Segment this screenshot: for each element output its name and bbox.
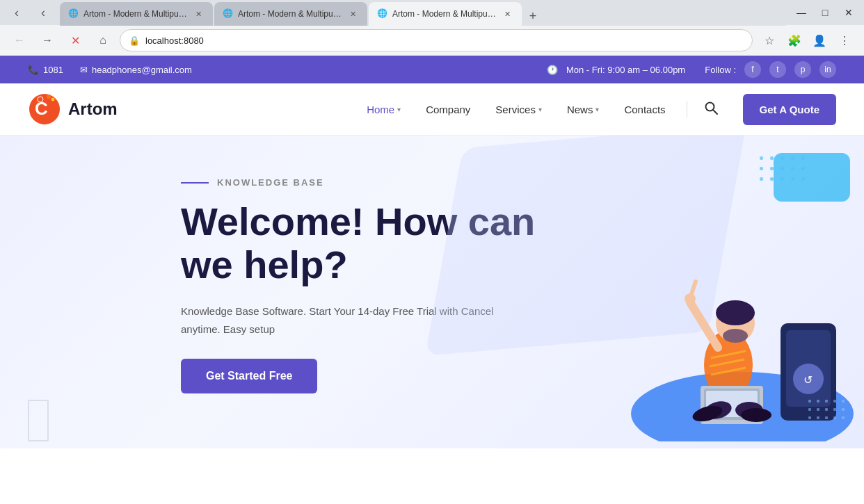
nav-news[interactable]: News ▾ <box>557 98 609 121</box>
svg-rect-58 <box>833 416 836 419</box>
news-chevron: ▾ <box>595 106 599 113</box>
browser-tab-1[interactable]: 🌐 Artom - Modern & Multipur... ✕ <box>60 2 213 26</box>
follow-label: Follow : <box>705 65 736 75</box>
home-chevron: ▾ <box>397 106 401 113</box>
svg-rect-47 <box>825 400 828 403</box>
tab-close-1[interactable]: ✕ <box>192 8 205 20</box>
hero-illustration: ↺ <box>621 149 864 441</box>
svg-rect-46 <box>817 400 819 403</box>
search-button[interactable] <box>698 95 723 124</box>
get-quote-button[interactable]: Get A Quote <box>743 94 836 125</box>
svg-line-6 <box>713 110 717 114</box>
svg-rect-56 <box>817 416 819 419</box>
nav-contacts[interactable]: Contacts <box>614 98 675 121</box>
svg-rect-53 <box>833 408 836 411</box>
svg-rect-55 <box>808 416 811 419</box>
info-bar: 📞 1081 ✉ headphones@gmail.com 🕐 Mon - Fr… <box>0 56 864 83</box>
svg-rect-45 <box>808 400 811 403</box>
svg-point-33 <box>716 300 755 325</box>
phone-icon: 📞 <box>28 65 39 75</box>
news-label: News <box>567 104 593 115</box>
browser-nav-bar: ← → ✕ ⌂ 🔒 ☆ 🧩 👤 ⋮ <box>0 25 864 56</box>
logo-icon: C <box>28 92 61 126</box>
tab-title-2: Artom - Modern & Multipur... <box>238 9 342 19</box>
tab-back-btn2[interactable]: ‹ <box>32 1 54 24</box>
browser-tab-3[interactable]: 🌐 Artom - Modern & Multipur... ✕ <box>369 2 522 26</box>
extensions-btn[interactable]: 🧩 <box>783 29 806 51</box>
browser-tab-2[interactable]: 🌐 Artom - Modern & Multipur... ✕ <box>214 2 367 26</box>
services-chevron: ▾ <box>538 106 542 113</box>
tab-favicon-3: 🌐 <box>377 8 388 19</box>
reload-button[interactable]: ✕ <box>64 29 86 51</box>
svg-point-4 <box>51 98 55 101</box>
svg-rect-13 <box>770 167 774 170</box>
main-nav: C Artom Home ▾ Company Services ▾ News ▾ <box>0 83 864 136</box>
browser-actions: ☆ 🧩 👤 ⋮ <box>758 29 856 51</box>
svg-rect-50 <box>808 408 811 411</box>
forward-button[interactable]: → <box>36 29 58 51</box>
hero-section: KNOWLEDGE BASE Welcome! How can we help?… <box>0 136 864 448</box>
svg-rect-7 <box>760 156 763 160</box>
security-icon: 🔒 <box>129 35 140 46</box>
nav-divider <box>687 101 687 117</box>
svg-point-3 <box>47 95 51 99</box>
email-icon: ✉ <box>80 65 88 75</box>
svg-rect-52 <box>825 408 828 411</box>
svg-rect-48 <box>833 400 836 403</box>
pinterest-icon[interactable]: p <box>794 61 811 78</box>
nav-home[interactable]: Home ▾ <box>357 98 410 121</box>
svg-line-37 <box>691 282 696 294</box>
tab-favicon-2: 🌐 <box>223 8 234 19</box>
twitter-icon[interactable]: t <box>769 61 786 78</box>
svg-rect-12 <box>760 167 763 170</box>
url-input[interactable] <box>145 35 744 46</box>
hero-tag-text: KNOWLEDGE BASE <box>217 177 324 188</box>
nav-services[interactable]: Services ▾ <box>486 98 552 121</box>
svg-text:↺: ↺ <box>803 374 813 386</box>
back-button[interactable]: ← <box>8 29 31 51</box>
linkedin-icon[interactable]: in <box>819 61 836 78</box>
tab-close-2[interactable]: ✕ <box>346 8 359 20</box>
nav-company[interactable]: Company <box>416 98 480 121</box>
svg-point-34 <box>723 329 748 343</box>
hero-svg: ↺ <box>621 149 864 441</box>
info-bar-left: 📞 1081 ✉ headphones@gmail.com <box>28 65 192 75</box>
menu-btn[interactable]: ⋮ <box>833 29 856 51</box>
svg-rect-8 <box>770 156 774 160</box>
tab-close-3[interactable]: ✕ <box>501 8 513 20</box>
hero-cta-button[interactable]: Get Started Free <box>181 359 317 393</box>
window-close-btn[interactable]: ✕ <box>839 3 858 22</box>
company-label: Company <box>426 104 470 115</box>
hero-title-line2: we help? <box>181 243 348 286</box>
tabs-bar: 🌐 Artom - Modern & Multipur... ✕ 🌐 Artom… <box>60 0 786 26</box>
tab-favicon-1: 🌐 <box>68 8 79 19</box>
hero-tag-line <box>181 182 209 184</box>
tab-back-btn[interactable]: ‹ <box>6 1 28 24</box>
svg-line-35 <box>690 302 718 348</box>
svg-rect-22 <box>774 153 850 202</box>
window-minimize-btn[interactable]: — <box>792 3 811 22</box>
facebook-icon[interactable]: f <box>744 61 761 78</box>
home-button[interactable]: ⌂ <box>92 29 114 51</box>
svg-rect-51 <box>817 408 819 411</box>
services-label: Services <box>495 104 536 115</box>
phone-info: 📞 1081 <box>28 65 63 75</box>
bookmark-btn[interactable]: ☆ <box>758 29 781 51</box>
svg-rect-59 <box>842 416 845 419</box>
site-logo[interactable]: C Artom <box>28 92 118 126</box>
svg-rect-49 <box>842 400 845 403</box>
browser-title-bar: ‹ ‹ 🌐 Artom - Modern & Multipur... ✕ 🌐 A… <box>0 0 864 25</box>
search-icon <box>704 101 718 115</box>
svg-point-2 <box>38 97 43 102</box>
profile-btn[interactable]: 👤 <box>808 29 831 51</box>
business-hours: Mon - Fri: 9:00 am – 06.00pm <box>566 65 685 75</box>
window-controls: ‹ ‹ <box>6 1 54 24</box>
contacts-label: Contacts <box>624 104 665 115</box>
clock-icon: 🕐 <box>547 65 558 75</box>
svg-point-43 <box>741 408 771 422</box>
nav-links: Home ▾ Company Services ▾ News ▾ Contact… <box>357 95 723 124</box>
svg-rect-18 <box>770 177 774 181</box>
window-maximize-btn[interactable]: □ <box>815 3 835 22</box>
address-bar[interactable]: 🔒 <box>120 29 753 51</box>
new-tab-button[interactable]: + <box>523 6 543 26</box>
